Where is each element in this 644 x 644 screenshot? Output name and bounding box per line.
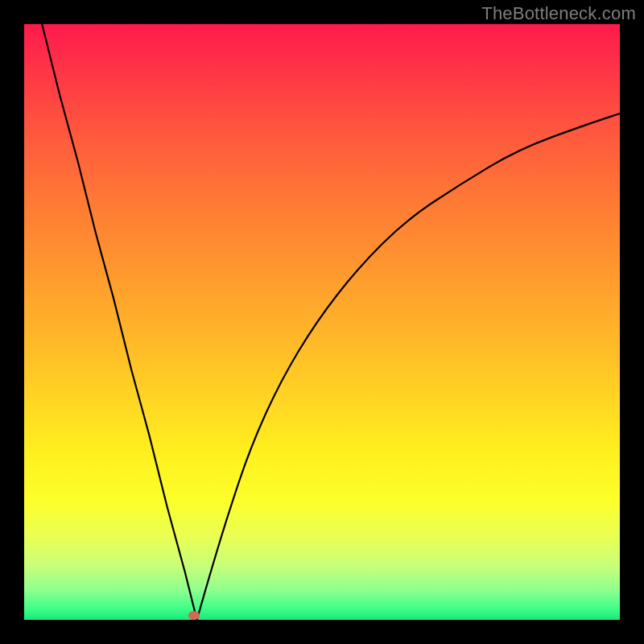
plot-area xyxy=(24,24,620,620)
minimum-marker xyxy=(188,611,200,620)
watermark-text: TheBottleneck.com xyxy=(481,3,636,24)
bottleneck-curve-left xyxy=(42,24,196,620)
chart-frame: TheBottleneck.com xyxy=(0,0,644,644)
bottleneck-curve-right xyxy=(197,114,620,620)
curve-svg xyxy=(24,24,620,620)
